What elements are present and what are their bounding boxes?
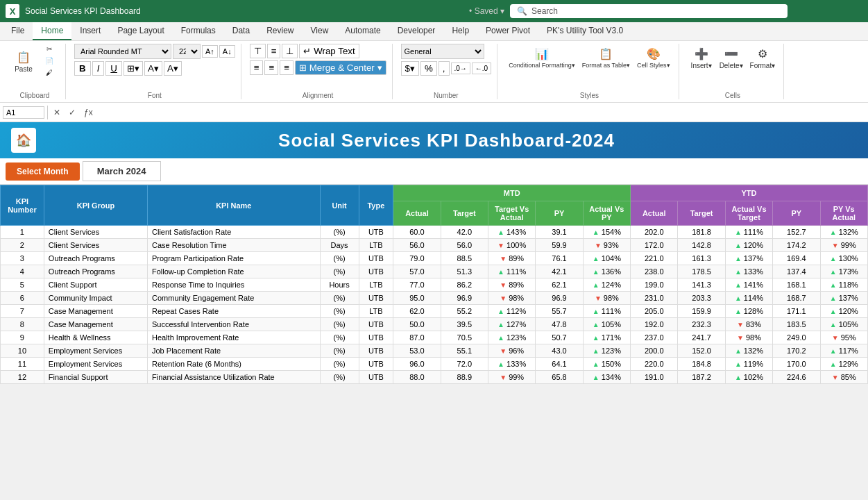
- home-button[interactable]: 🏠: [11, 128, 36, 153]
- format-button[interactable]: ⚙ Format▾: [747, 44, 778, 71]
- align-bottom-button[interactable]: ⊥: [282, 44, 298, 58]
- cell-kpi-group: Health & Wellness: [44, 331, 147, 344]
- tab-help[interactable]: Help: [443, 22, 477, 40]
- increase-decimal-button[interactable]: .0→: [451, 62, 470, 74]
- cut-button[interactable]: ✂: [39, 44, 60, 54]
- cell-unit: (%): [320, 226, 359, 239]
- format-as-table-button[interactable]: 📋 Format as Table▾: [579, 44, 633, 70]
- cell-ytd-target: 203.3: [678, 292, 725, 305]
- formula-input[interactable]: [99, 107, 865, 118]
- conditional-formatting-button[interactable]: 📊 Conditional Formatting▾: [506, 44, 578, 70]
- tab-power-pivot[interactable]: Power Pivot: [477, 22, 538, 40]
- cell-ytd-target: 159.9: [678, 305, 725, 318]
- table-row: 10 Employment Services Job Placement Rat…: [1, 344, 868, 358]
- up-arrow-icon: ▲: [497, 268, 504, 276]
- insert-button[interactable]: ➕ Insert▾: [688, 44, 715, 71]
- cell-mtd-avspy: ▲ 124%: [583, 278, 630, 292]
- table-row: 3 Outreach Programs Program Participatio…: [1, 252, 868, 265]
- decrease-font-button[interactable]: A↓: [219, 45, 235, 58]
- cell-mtd-tvsa: ▲ 111%: [488, 265, 535, 278]
- cell-type: LTB: [359, 305, 393, 318]
- tab-review[interactable]: Review: [258, 22, 302, 40]
- paste-icon: 📋: [15, 49, 32, 65]
- cell-mtd-actual: 53.0: [393, 344, 441, 358]
- tab-page-layout[interactable]: Page Layout: [109, 22, 172, 40]
- up-arrow-icon: ▲: [497, 334, 504, 342]
- up-arrow-icon: ▲: [593, 281, 599, 289]
- ribbon: File Home Insert Page Layout Formulas Da…: [0, 22, 868, 103]
- select-month-button[interactable]: Select Month: [6, 162, 80, 181]
- cell-ytd-pvsa: ▲ 129%: [820, 358, 868, 371]
- table-row: 1 Client Services Client Satisfaction Ra…: [1, 226, 868, 239]
- function-icon[interactable]: ƒx: [81, 108, 96, 117]
- underline-button[interactable]: U: [105, 61, 122, 76]
- font-color-button[interactable]: A▾: [164, 61, 182, 76]
- tab-insert[interactable]: Insert: [71, 22, 109, 40]
- percent-button[interactable]: %: [420, 61, 437, 76]
- fill-color-button[interactable]: A▾: [144, 61, 162, 76]
- font-size-selector[interactable]: 22: [173, 44, 201, 59]
- tab-developer[interactable]: Developer: [389, 22, 444, 40]
- cell-styles-button[interactable]: 🎨 Cell Styles▾: [634, 44, 673, 70]
- format-painter-button[interactable]: 🖌: [39, 67, 60, 78]
- align-right-button[interactable]: ≡: [280, 60, 293, 75]
- cell-ytd-actual: 172.0: [631, 239, 678, 252]
- col-mtd-py: PY: [536, 201, 583, 226]
- cell-kpi-group: Client Support: [44, 278, 147, 292]
- merge-center-button[interactable]: ⊞ Merge & Center ▾: [295, 60, 386, 75]
- tab-home[interactable]: Home: [33, 22, 71, 40]
- align-center-button[interactable]: ≡: [264, 60, 278, 75]
- comma-button[interactable]: ,: [439, 61, 450, 76]
- cell-kpi-group: Outreach Programs: [44, 252, 147, 265]
- table-container: KPINumber KPI Group KPI Name Unit Type M…: [0, 185, 868, 384]
- cell-ytd-py: 169.4: [773, 252, 820, 265]
- cell-kpi-name: Job Placement Rate: [148, 344, 321, 358]
- tab-formulas[interactable]: Formulas: [173, 22, 224, 40]
- align-left-button[interactable]: ≡: [250, 60, 264, 75]
- delete-button[interactable]: ➖ Delete▾: [717, 44, 746, 71]
- confirm-icon[interactable]: ✓: [66, 108, 78, 117]
- tab-view[interactable]: View: [303, 22, 337, 40]
- font-name-selector[interactable]: Arial Rounded MT: [74, 44, 171, 59]
- paste-button[interactable]: 📋 Paste: [10, 47, 37, 74]
- align-middle-button[interactable]: ≡: [267, 44, 281, 58]
- number-label: Number: [434, 89, 459, 99]
- decrease-decimal-button[interactable]: ←.0: [472, 62, 491, 74]
- tab-pk-utility[interactable]: PK's Utility Tool V3.0: [538, 22, 631, 40]
- tab-file[interactable]: File: [3, 22, 33, 40]
- bold-button[interactable]: B: [74, 61, 91, 76]
- down-arrow-icon: ▼: [737, 334, 744, 342]
- up-arrow-icon: ▲: [593, 334, 599, 342]
- cell-ytd-actual: 205.0: [631, 305, 678, 318]
- currency-button[interactable]: $▾: [401, 61, 419, 76]
- increase-font-button[interactable]: A↑: [202, 45, 218, 58]
- cell-kpi-name: Health Improvement Rate: [148, 331, 321, 344]
- col-header-kpi-number: KPINumber: [1, 185, 44, 226]
- border-button[interactable]: ⊞▾: [124, 61, 143, 76]
- cell-mtd-actual: 96.0: [393, 358, 441, 371]
- cell-type: UTB: [359, 226, 393, 239]
- cell-mtd-actual: 60.0: [393, 226, 441, 239]
- wrap-text-button[interactable]: ↵ Wrap Text: [299, 44, 359, 58]
- cell-kpi-name: Response Time to Inquiries: [148, 278, 321, 292]
- search-bar[interactable]: 🔍 Search: [510, 4, 788, 18]
- table-row: 5 Client Support Response Time to Inquir…: [1, 278, 868, 292]
- cancel-icon[interactable]: ✕: [51, 108, 63, 117]
- align-top-button[interactable]: ⊤: [250, 44, 266, 58]
- italic-button[interactable]: I: [92, 61, 105, 76]
- tab-automate[interactable]: Automate: [337, 22, 389, 40]
- cell-ytd-actual: 231.0: [631, 292, 678, 305]
- copy-button[interactable]: 📄: [39, 56, 60, 66]
- cell-ytd-pvsa: ▲ 130%: [820, 252, 868, 265]
- up-arrow-icon: ▲: [593, 360, 599, 368]
- cell-mtd-py: 62.1: [536, 278, 583, 292]
- number-format-selector[interactable]: General: [401, 44, 484, 59]
- cell-mtd-target: 86.2: [441, 278, 488, 292]
- up-arrow-icon: ▲: [735, 268, 742, 276]
- cell-mtd-actual: 87.0: [393, 331, 441, 344]
- tab-data[interactable]: Data: [224, 22, 258, 40]
- down-arrow-icon: ▼: [500, 374, 507, 381]
- col-ytd-py: PY: [773, 201, 820, 226]
- cell-reference[interactable]: A1: [3, 106, 44, 119]
- col-ytd-target: Target: [678, 201, 725, 226]
